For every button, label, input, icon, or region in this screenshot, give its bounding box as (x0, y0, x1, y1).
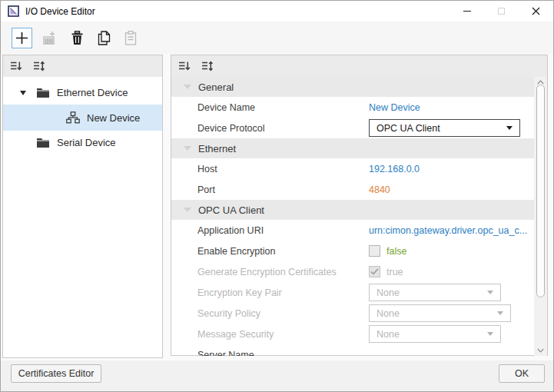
row-port: Port 4840 (171, 179, 547, 200)
paste-device-button[interactable] (121, 28, 140, 47)
row-encryption-key-pair: Encryption Key Pair None (171, 282, 547, 303)
security-policy-select: None (369, 304, 511, 322)
collapse-all-icon (178, 60, 191, 72)
message-security-select: None (369, 325, 501, 343)
dropdown-arrow-icon (497, 311, 503, 315)
maximize-icon (498, 8, 505, 15)
row-enable-encryption: Enable Encryption false (171, 241, 547, 261)
certificates-editor-button[interactable]: Certificates Editor (11, 364, 101, 383)
titlebar: I/O Device Editor (1, 1, 553, 22)
expander-icon[interactable] (18, 91, 28, 95)
io-device-editor-window: I/O Device Editor (0, 0, 554, 392)
enable-encryption-checkbox[interactable] (369, 245, 380, 257)
network-device-icon (66, 111, 80, 124)
generate-certificates-checkbox (369, 266, 380, 277)
device-tree-panel: Ethernet Device New Device (2, 55, 163, 358)
folder-icon (36, 138, 50, 148)
dropdown-arrow-icon (487, 291, 493, 294)
dropdown-arrow-icon (506, 126, 513, 130)
row-host: Host 192.168.0.0 (171, 158, 547, 179)
security-policy-value: None (377, 308, 400, 319)
close-button[interactable] (519, 1, 553, 22)
enable-encryption-value: false (386, 246, 406, 257)
row-message-security: Message Security None (171, 324, 547, 344)
section-title: OPC UA Client (198, 204, 264, 216)
generate-certificates-value: true (386, 267, 403, 277)
port-value[interactable]: 4840 (369, 184, 390, 195)
minimize-icon (463, 11, 471, 12)
row-generate-encryption-certificates: Generate Encryption Certificates true (171, 261, 547, 282)
device-name-value[interactable]: New Device (369, 102, 420, 113)
toolbar (1, 22, 553, 54)
expand-all-button[interactable] (201, 60, 214, 73)
section-opc-ua-client[interactable]: OPC UA Client (171, 200, 547, 220)
station-plus-icon (42, 30, 58, 45)
check-icon (370, 268, 379, 275)
section-chevron-icon (184, 85, 191, 89)
collapse-all-button[interactable] (177, 60, 191, 73)
encryption-key-pair-select: None (369, 284, 501, 301)
property-panel: General Device Name New Device Device Pr… (171, 55, 548, 356)
tree-item-serial-device[interactable]: Serial Device (3, 131, 162, 154)
device-protocol-select[interactable]: OPC UA Client (369, 119, 520, 137)
tree-item-label: Serial Device (57, 137, 116, 148)
row-application-uri: Application URI urn:cimon.gateway.driver… (171, 220, 547, 241)
expand-all-icon (33, 60, 45, 72)
app-logo-icon (8, 5, 19, 17)
add-device-button[interactable] (12, 28, 32, 48)
copy-device-button[interactable] (95, 28, 113, 47)
scroll-down-button[interactable] (534, 345, 547, 356)
chevron-down-icon (537, 348, 544, 353)
encryption-key-pair-value: None (377, 287, 400, 298)
scrollbar-thumb[interactable] (536, 85, 545, 297)
window-title: I/O Device Editor (25, 6, 95, 17)
property-panel-toolbar (171, 55, 547, 77)
close-icon (532, 7, 540, 15)
expand-all-button[interactable] (32, 60, 45, 73)
message-security-value: None (377, 329, 400, 340)
clipboard-icon (124, 31, 137, 45)
plus-icon (15, 32, 28, 45)
tree-item-ethernet-device[interactable]: Ethernet Device (3, 81, 162, 105)
tree-panel-toolbar (3, 55, 162, 77)
tree-item-label: New Device (87, 112, 140, 124)
row-device-name: Device Name New Device (171, 97, 547, 118)
row-device-protocol: Device Protocol OPC UA Client (171, 118, 547, 138)
device-tree: Ethernet Device New Device (3, 77, 162, 154)
section-chevron-icon (184, 208, 191, 212)
dropdown-arrow-icon (487, 332, 493, 336)
window-controls (450, 1, 553, 22)
tree-item-new-device[interactable]: New Device (3, 105, 162, 131)
trash-icon (71, 31, 84, 45)
host-value[interactable]: 192.168.0.0 (369, 164, 420, 174)
section-chevron-icon (184, 146, 191, 151)
collapse-all-icon (10, 60, 22, 72)
add-station-button[interactable] (41, 28, 59, 47)
minimize-button[interactable] (450, 1, 484, 22)
expand-all-icon (201, 60, 214, 72)
section-ethernet[interactable]: Ethernet (171, 138, 547, 158)
ok-button[interactable]: OK (499, 364, 545, 383)
row-server-name: Server Name (171, 344, 547, 356)
collapse-all-button[interactable] (9, 60, 22, 73)
section-title: General (198, 81, 234, 93)
section-general[interactable]: General (171, 77, 547, 97)
device-protocol-value: OPC UA Client (377, 123, 440, 134)
delete-device-button[interactable] (68, 28, 86, 47)
tree-item-label: Ethernet Device (57, 87, 128, 98)
maximize-button[interactable] (484, 1, 519, 22)
copy-pages-icon (98, 31, 111, 45)
application-uri-value[interactable]: urn:cimon.gateway.driver.opc_ua_c... (369, 225, 527, 236)
section-title: Ethernet (198, 143, 236, 154)
property-list: General Device Name New Device Device Pr… (171, 77, 547, 356)
row-security-policy: Security Policy None (171, 303, 547, 324)
folder-icon (36, 88, 50, 98)
vertical-scrollbar[interactable] (534, 77, 547, 356)
